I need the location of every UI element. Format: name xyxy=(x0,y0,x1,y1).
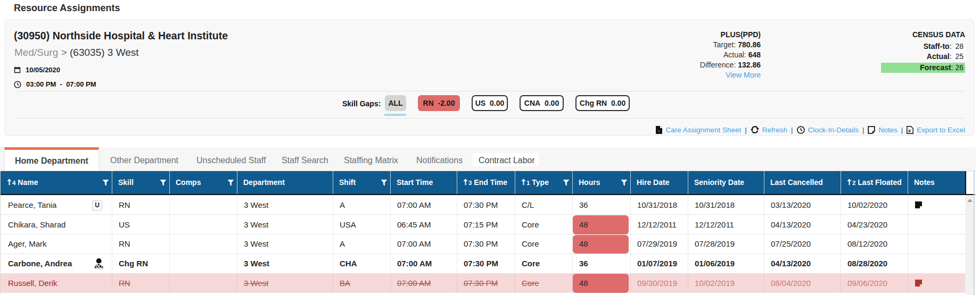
svg-text:x: x xyxy=(908,128,911,133)
